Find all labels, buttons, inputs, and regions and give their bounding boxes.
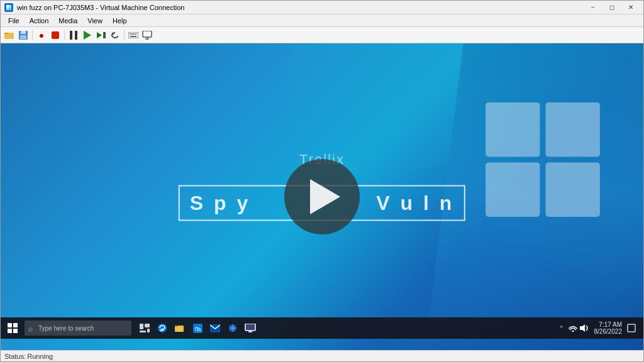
mail-button[interactable] xyxy=(207,319,223,337)
status-bar: Status: Running xyxy=(1,350,643,361)
restore-button[interactable]: ◻ xyxy=(603,2,621,13)
start-button[interactable] xyxy=(3,319,22,337)
notification-button[interactable] xyxy=(625,319,638,337)
search-placeholder-text: Type here to search xyxy=(38,325,94,332)
toolbar-step-button[interactable] xyxy=(95,29,108,41)
close-button[interactable]: ✕ xyxy=(622,2,640,13)
toolbar-save-button[interactable] xyxy=(17,29,30,41)
toolbar-record-button[interactable]: ● xyxy=(35,29,48,41)
svg-rect-18 xyxy=(131,33,133,35)
svg-rect-0 xyxy=(6,5,9,8)
svg-rect-17 xyxy=(130,33,131,35)
app-icon xyxy=(4,3,13,12)
svg-rect-22 xyxy=(130,36,136,37)
status-value: Running xyxy=(27,353,53,360)
svg-rect-34 xyxy=(140,324,143,329)
toolbar-play-button[interactable] xyxy=(81,29,94,41)
svg-rect-26 xyxy=(486,102,540,156)
svg-rect-7 xyxy=(21,31,26,34)
toolbar: ● xyxy=(1,27,643,43)
svg-rect-37 xyxy=(147,329,150,332)
windows-logo xyxy=(480,97,606,222)
status-label: Status: xyxy=(4,353,26,360)
clock-date: 8/26/2022 xyxy=(594,328,623,335)
svg-marker-49 xyxy=(580,324,585,332)
file-explorer-button[interactable] xyxy=(172,319,188,337)
svg-rect-35 xyxy=(145,324,150,327)
chevron-up-icon[interactable]: ^ xyxy=(557,323,567,333)
svg-rect-5 xyxy=(4,33,8,34)
svg-rect-16 xyxy=(128,32,138,38)
toolbar-stop-button[interactable] xyxy=(49,29,62,41)
store-button[interactable]: 🛍 xyxy=(189,319,206,337)
svg-rect-40 xyxy=(175,326,178,327)
taskbar-right: ^ 7:17 AM 8/26/2022 xyxy=(557,319,641,337)
menu-help[interactable]: Help xyxy=(108,14,132,26)
search-icon: ⌕ xyxy=(28,324,36,332)
menu-media[interactable]: Media xyxy=(53,14,82,26)
svg-rect-2 xyxy=(6,8,9,10)
clock-time: 7:17 AM xyxy=(599,321,622,328)
sound-icon[interactable] xyxy=(579,323,589,333)
task-view-button[interactable] xyxy=(136,319,153,337)
window-controls: − ◻ ✕ xyxy=(584,2,640,13)
toolbar-folder-button[interactable] xyxy=(3,29,16,41)
svg-rect-45 xyxy=(245,324,255,331)
taskbar-search[interactable]: ⌕ Type here to search xyxy=(25,321,131,336)
network-icon[interactable] xyxy=(568,323,578,333)
title-bar: win fuzz on PC-7J035M3 - Virtual Machine… xyxy=(1,1,643,14)
toolbar-separator-2 xyxy=(64,30,65,40)
play-button[interactable] xyxy=(284,159,360,234)
toolbar-separator-3 xyxy=(124,30,125,40)
svg-rect-19 xyxy=(133,33,135,35)
svg-point-38 xyxy=(158,324,167,332)
svg-rect-23 xyxy=(143,31,152,37)
menu-file[interactable]: File xyxy=(3,14,25,26)
remote-desktop-button[interactable] xyxy=(242,319,258,337)
svg-rect-14 xyxy=(103,32,106,38)
svg-rect-11 xyxy=(75,31,77,40)
toolbar-pause-button[interactable] xyxy=(67,29,80,41)
toolbar-undo-button[interactable] xyxy=(109,29,121,41)
toolbar-separator-1 xyxy=(32,30,33,40)
svg-rect-32 xyxy=(8,329,12,333)
menu-view[interactable]: View xyxy=(82,14,108,26)
toolbar-monitor-button[interactable] xyxy=(141,29,153,41)
svg-rect-31 xyxy=(13,323,18,327)
vm-display[interactable]: Trellix S p y V u l n xyxy=(1,43,643,350)
svg-rect-50 xyxy=(628,324,635,332)
svg-rect-8 xyxy=(20,35,26,39)
svg-point-48 xyxy=(572,331,574,332)
maps-button[interactable] xyxy=(225,319,241,337)
play-triangle-icon xyxy=(310,179,340,214)
taskbar: ⌕ Type here to search 🛍 xyxy=(1,317,643,339)
window-frame: win fuzz on PC-7J035M3 - Virtual Machine… xyxy=(0,0,644,362)
minimize-button[interactable]: − xyxy=(584,2,602,13)
svg-rect-27 xyxy=(546,102,600,156)
svg-rect-3 xyxy=(9,8,11,10)
svg-rect-28 xyxy=(486,163,540,217)
svg-marker-13 xyxy=(97,32,102,38)
clock-area[interactable]: 7:17 AM 8/26/2022 xyxy=(594,321,623,335)
menu-bar: File Action Media View Help xyxy=(1,14,643,27)
svg-rect-29 xyxy=(546,163,600,217)
svg-rect-30 xyxy=(8,323,12,327)
menu-action[interactable]: Action xyxy=(25,14,54,26)
toolbar-keyboard-button[interactable] xyxy=(127,29,140,41)
svg-text:🛍: 🛍 xyxy=(195,326,201,332)
edge-browser-button[interactable] xyxy=(154,319,170,337)
svg-rect-33 xyxy=(13,329,18,333)
svg-marker-12 xyxy=(84,31,91,40)
svg-rect-9 xyxy=(52,31,59,39)
vuln-label: V u l n xyxy=(376,191,454,214)
window-title: win fuzz on PC-7J035M3 - Virtual Machine… xyxy=(17,4,584,11)
svg-rect-1 xyxy=(9,5,11,8)
system-tray: ^ xyxy=(557,323,589,333)
svg-rect-10 xyxy=(70,31,72,40)
svg-rect-36 xyxy=(140,331,146,332)
spy-label: S p y xyxy=(190,191,250,214)
svg-rect-20 xyxy=(135,33,136,35)
